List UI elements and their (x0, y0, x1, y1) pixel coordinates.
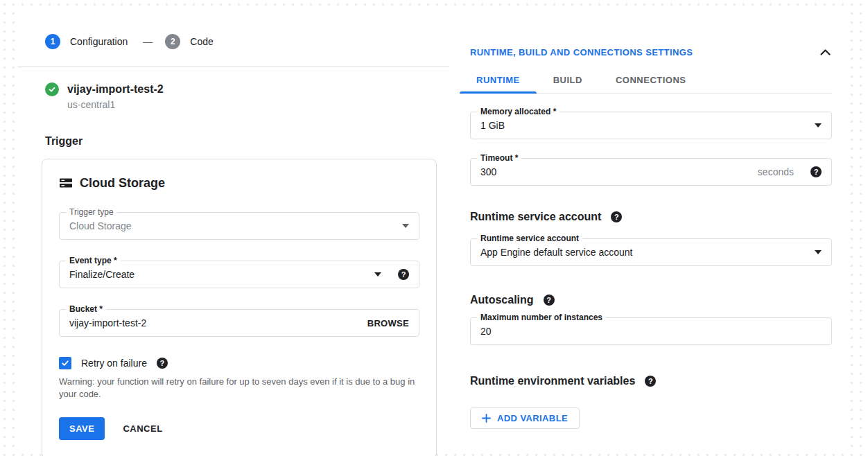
check-circle-icon (45, 82, 59, 96)
timeout-value[interactable]: 300 (480, 166, 758, 177)
step-separator: — (143, 36, 153, 47)
step-1-circle[interactable]: 1 (45, 34, 60, 49)
add-variable-label: ADD VARIABLE (497, 413, 568, 423)
bucket-label: Bucket * (66, 304, 106, 314)
caret-down-icon (374, 272, 381, 277)
settings-tabs: RUNTIME BUILD CONNECTIONS (460, 70, 832, 94)
stepper-divider (17, 67, 449, 67)
add-variable-button[interactable]: ADD VARIABLE (470, 407, 580, 429)
service-account-label: Runtime service account (477, 234, 582, 243)
memory-allocated-select[interactable]: Memory allocated * 1 GiB (470, 112, 832, 139)
retry-checkbox[interactable] (59, 357, 71, 369)
timeout-field[interactable]: Timeout * 300 seconds (470, 158, 832, 186)
caret-down-icon (815, 250, 822, 254)
settings-header-row: RUNTIME, BUILD AND CONNECTIONS SETTINGS (470, 47, 832, 58)
trigger-section-title: Trigger (45, 135, 449, 148)
event-type-value: Finalize/Create (69, 269, 374, 280)
memory-allocated-value: 1 GiB (480, 120, 815, 131)
cloud-functions-edit-page: 1 Configuration — 2 Code vijay-import-te… (0, 0, 868, 456)
event-type-label: Event type * (66, 256, 121, 265)
service-account-heading-row: Runtime service account (470, 211, 832, 223)
trigger-card-title: Cloud Storage (80, 176, 165, 191)
caret-down-icon (402, 224, 409, 228)
save-button[interactable]: SAVE (59, 417, 105, 440)
trigger-card-title-row: Cloud Storage (59, 175, 419, 191)
stepper: 1 Configuration — 2 Code (45, 33, 449, 50)
max-instances-label: Maximum number of instances (477, 313, 606, 322)
autoscaling-heading-row: Autoscaling (470, 294, 832, 306)
env-vars-heading: Runtime environment variables (470, 375, 635, 387)
tab-connections[interactable]: CONNECTIONS (599, 70, 703, 93)
trigger-actions: SAVE CANCEL (59, 417, 419, 440)
function-name: vijay-import-test-2 (67, 83, 164, 96)
plus-icon (482, 414, 491, 423)
retry-warning-text: Warning: your function will retry on fai… (59, 376, 423, 401)
step-2-label[interactable]: Code (190, 36, 213, 47)
caret-down-icon (815, 123, 822, 128)
autoscaling-heading: Autoscaling (470, 294, 534, 306)
trigger-type-value: Cloud Storage (69, 220, 402, 231)
service-account-help-icon[interactable] (611, 211, 622, 222)
tab-build[interactable]: BUILD (537, 70, 599, 93)
retry-row: Retry on failure (59, 356, 419, 370)
timeout-help-icon[interactable] (810, 166, 822, 177)
env-vars-help-icon[interactable] (645, 376, 656, 387)
bucket-value[interactable]: vijay-import-test-2 (69, 317, 367, 328)
service-account-value: App Engine default service account (480, 247, 815, 258)
max-instances-value[interactable]: 20 (480, 326, 822, 337)
storage-icon (59, 176, 73, 190)
step-2-circle[interactable]: 2 (165, 34, 180, 49)
autoscaling-help-icon[interactable] (544, 295, 555, 306)
event-type-help-icon[interactable] (398, 269, 409, 280)
cancel-button[interactable]: CANCEL (123, 423, 162, 434)
trigger-card: Cloud Storage Trigger type Cloud Storage… (42, 159, 437, 456)
memory-allocated-label: Memory allocated * (477, 107, 559, 116)
max-instances-field[interactable]: Maximum number of instances 20 (470, 317, 832, 345)
service-account-heading: Runtime service account (470, 211, 601, 223)
timeout-label: Timeout * (477, 153, 521, 163)
retry-label[interactable]: Retry on failure (81, 358, 147, 369)
function-region: us-central1 (67, 99, 449, 110)
configuration-panel: 1 Configuration — 2 Code vijay-import-te… (17, 8, 449, 447)
retry-help-icon[interactable] (157, 358, 168, 369)
settings-panel: RUNTIME, BUILD AND CONNECTIONS SETTINGS … (454, 8, 847, 447)
chevron-up-icon[interactable] (819, 48, 832, 57)
timeout-unit: seconds (758, 166, 794, 177)
env-vars-heading-row: Runtime environment variables (470, 375, 832, 387)
event-type-select[interactable]: Event type * Finalize/Create (59, 261, 419, 288)
trigger-type-label: Trigger type (66, 207, 117, 217)
browse-button[interactable]: BROWSE (367, 318, 409, 328)
step-1-label[interactable]: Configuration (70, 36, 128, 47)
trigger-type-select[interactable]: Trigger type Cloud Storage (59, 212, 419, 240)
tab-runtime[interactable]: RUNTIME (460, 70, 537, 93)
settings-section-toggle[interactable]: RUNTIME, BUILD AND CONNECTIONS SETTINGS (470, 47, 693, 58)
bucket-field[interactable]: Bucket * vijay-import-test-2 BROWSE (59, 309, 419, 337)
service-account-select[interactable]: Runtime service account App Engine defau… (470, 238, 832, 266)
function-title-row: vijay-import-test-2 (45, 81, 449, 98)
